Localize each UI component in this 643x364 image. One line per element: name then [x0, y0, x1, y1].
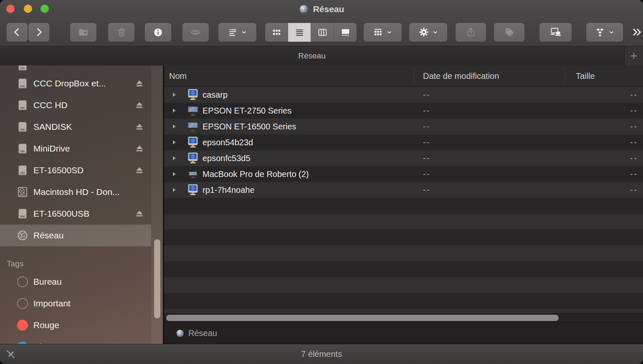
action-button[interactable]	[409, 23, 447, 42]
edit-tags-button[interactable]	[494, 23, 524, 42]
tag-label: Bleu	[33, 336, 51, 344]
sidebar-item-label: Réseau	[33, 225, 63, 246]
eject-button[interactable]	[134, 100, 144, 110]
sidebar-item-label: ET-16500SD	[33, 159, 84, 181]
share-button[interactable]	[456, 23, 486, 42]
chevron-down-icon	[608, 29, 615, 35]
empty-row-stripe	[164, 230, 643, 245]
path-bar-location[interactable]: Réseau	[188, 329, 217, 338]
view-as-gallery-segment[interactable]	[334, 23, 357, 42]
sidebar-item-sandisk[interactable]: SANDISK	[0, 116, 151, 138]
tab-bar: Réseau +	[0, 46, 643, 66]
sidebar-item-minidrive[interactable]: MiniDrive	[0, 138, 151, 159]
view-as-columns-segment[interactable]	[311, 23, 334, 42]
sidebar-tag-important[interactable]: Important	[0, 293, 151, 314]
file-row-epson-et-2750-series[interactable]: EPSON ET-2750 Series -- --	[164, 103, 643, 119]
eject-button[interactable]	[134, 122, 144, 132]
disclosure-triangle-icon[interactable]	[171, 155, 177, 162]
file-date: --	[423, 119, 431, 134]
delete-button[interactable]	[108, 23, 134, 42]
sidebar-item-ccc-hd[interactable]: CCC HD	[0, 94, 151, 116]
tab-reseau[interactable]: Réseau	[0, 46, 624, 66]
file-size: --	[630, 182, 638, 198]
eject-button[interactable]	[134, 78, 144, 88]
column-separator[interactable]	[414, 69, 414, 83]
display-icon	[187, 120, 199, 133]
network-globe-icon	[299, 4, 309, 14]
disclosure-triangle-icon[interactable]	[171, 123, 177, 130]
sidebar-item-label: CCC HD	[33, 94, 68, 116]
sidebar-item-macintosh-hd-don[interactable]: Macintosh HD - Don...	[0, 181, 151, 203]
display-icon	[187, 104, 199, 117]
view-columns-icon	[317, 27, 328, 38]
eject-button[interactable]	[134, 144, 144, 154]
sidebar-tag-bleu[interactable]: Bleu	[0, 336, 151, 344]
quick-look-button[interactable]	[182, 23, 209, 42]
disclosure-triangle-icon[interactable]	[171, 187, 177, 193]
get-info-button[interactable]	[145, 23, 171, 42]
screen-sharing-button[interactable]	[539, 23, 572, 42]
sidebar-tag-rouge[interactable]: Rouge	[0, 314, 151, 336]
window-title-group: Réseau	[299, 0, 344, 18]
sidebar-scrollbar-thumb[interactable]	[154, 239, 160, 318]
file-row-rp1-7h4noahe[interactable]: rp1-7h4noahe -- --	[164, 182, 643, 198]
zoom-button[interactable]	[41, 5, 49, 13]
arrange-grid-icon	[373, 27, 383, 38]
disclosure-triangle-icon[interactable]	[171, 171, 177, 177]
finder-window: Réseau	[0, 0, 643, 364]
sidebar-tag-bureau[interactable]: Bureau	[0, 271, 151, 293]
sidebar-tags-section: Bureau Important Rouge Bleu	[0, 271, 151, 344]
horizontal-scrollbar-thumb[interactable]	[166, 315, 559, 321]
file-list-pane: Nom Date de modification Taille casarp -…	[164, 66, 643, 344]
tag-color-dot	[17, 320, 28, 331]
empty-row-stripe	[164, 198, 643, 214]
disclosure-triangle-icon[interactable]	[171, 139, 177, 146]
file-row-epson-et-16500-series[interactable]: EPSON ET-16500 Series -- --	[164, 119, 643, 134]
column-header-taille[interactable]: Taille	[576, 66, 595, 86]
new-folder-button[interactable]	[70, 23, 96, 42]
new-tab-button[interactable]: +	[624, 46, 643, 66]
window-title: Réseau	[313, 4, 344, 14]
tag-label: Rouge	[33, 314, 59, 336]
view-as-icons-segment[interactable]	[265, 23, 288, 42]
sidebar-item-ccc-dropbox-et[interactable]: CCC DropBox et...	[0, 73, 151, 94]
file-row-epsonfc53d5[interactable]: epsonfc53d5 -- --	[164, 150, 643, 166]
file-row-casarp[interactable]: casarp -- --	[164, 87, 643, 103]
share-icon	[466, 27, 476, 38]
column-header-date[interactable]: Date de modification	[423, 66, 499, 86]
tab-label: Réseau	[298, 51, 326, 61]
disclosure-triangle-icon[interactable]	[171, 91, 177, 98]
external-drive-icon	[17, 208, 28, 220]
sidebar-item-et-16500sd[interactable]: ET-16500SD	[0, 159, 151, 181]
view-as-list-segment[interactable]	[288, 23, 311, 42]
file-row-epson54b23d[interactable]: epson54b23d -- --	[164, 134, 643, 150]
file-list: casarp -- -- EPSON ET-2750 Series -- -- …	[164, 87, 643, 313]
sidebar-item-et-16500usb[interactable]: ET-16500USB	[0, 203, 151, 225]
sidebar-item-label: ET-16500USB	[33, 203, 89, 225]
group-by-button[interactable]	[218, 23, 256, 42]
close-button[interactable]	[6, 5, 15, 13]
dropbox-icon	[595, 27, 605, 38]
view-list-icon	[294, 27, 305, 38]
forward-button[interactable]	[28, 23, 49, 42]
dropbox-button[interactable]	[586, 23, 623, 42]
disclosure-triangle-icon[interactable]	[171, 107, 177, 114]
new-folder-icon	[78, 27, 89, 38]
eject-button[interactable]	[134, 165, 144, 175]
eject-button[interactable]	[134, 209, 144, 219]
column-header-nom[interactable]: Nom	[169, 66, 187, 86]
back-button[interactable]	[7, 23, 28, 42]
tag-color-dot	[17, 298, 28, 309]
file-row-macbook-pro-de-roberto-2[interactable]: MacBook Pro de Roberto (2) -- --	[164, 166, 643, 182]
file-size: --	[630, 103, 638, 119]
arrange-button[interactable]	[364, 23, 402, 42]
column-separator[interactable]	[565, 69, 565, 83]
gear-icon	[418, 27, 429, 38]
toolbar	[0, 18, 643, 46]
more-toolbar-items-button[interactable]	[630, 23, 643, 42]
minimize-button[interactable]	[24, 5, 32, 13]
sidebar-item-label: MiniDrive	[33, 138, 70, 159]
sidebar-item-r-seau[interactable]: Réseau	[0, 225, 151, 246]
view-gallery-icon	[340, 27, 351, 38]
sidebar-devices-section: CCC DropBox et... CCC HD SANDISK MiniDri…	[0, 73, 151, 246]
